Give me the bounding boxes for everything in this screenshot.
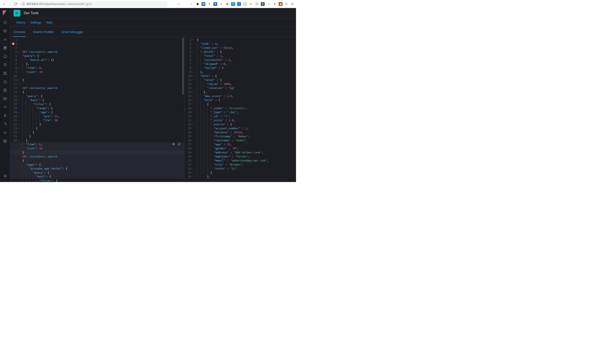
- svg-point-16: [6, 72, 6, 72]
- ext-icon[interactable]: B: [213, 2, 217, 6]
- ext-icon[interactable]: Z: [261, 2, 265, 6]
- ext-icon[interactable]: P: [231, 2, 235, 6]
- address-bar[interactable]: ⓘ 127.0.0.1:5601/app/kibana#/dev_tools/c…: [20, 1, 168, 7]
- svg-rect-32: [4, 116, 6, 117]
- tab-grok-debugger[interactable]: Grok Debugger: [61, 27, 84, 37]
- nav-siem-icon[interactable]: [0, 111, 10, 120]
- svg-line-31: [5, 107, 6, 108]
- url-port: :5601: [38, 2, 45, 6]
- kibana-logo-icon[interactable]: [0, 8, 10, 18]
- subtab-help[interactable]: Help: [46, 21, 52, 24]
- tool-tabs: Console Search Profiler Grok Debugger: [10, 27, 296, 37]
- nav-ml-icon[interactable]: [0, 69, 10, 78]
- svg-marker-2: [4, 30, 6, 32]
- svg-point-1: [4, 29, 7, 32]
- nav-collapse-icon[interactable]: [0, 172, 10, 180]
- ext-icon[interactable]: ▣: [279, 2, 282, 6]
- app-title: Dev Tools: [24, 11, 39, 15]
- svg-rect-28: [4, 98, 7, 100]
- profile-avatar-icon[interactable]: ☺: [291, 2, 294, 6]
- site-info-icon[interactable]: ⓘ: [22, 2, 25, 6]
- subtab-history[interactable]: History: [16, 21, 26, 24]
- sub-tabs: History Settings Help: [10, 18, 296, 27]
- extension-icons: ✓ ▦ JH ✕ B ⎄ ◔ P ▾ ✔ ₿ ⊙ Z ʏ # ▣ G ☺: [190, 2, 294, 6]
- side-nav: [0, 8, 10, 182]
- ext-icon[interactable]: ✓: [190, 2, 194, 6]
- ext-icon[interactable]: ▦: [195, 2, 199, 6]
- nav-monitoring-icon[interactable]: [0, 128, 10, 137]
- ext-icon[interactable]: JH: [202, 2, 205, 6]
- nav-visualize-icon[interactable]: [0, 35, 10, 44]
- send-request-icon[interactable]: [172, 142, 176, 147]
- ext-icon[interactable]: ⊙: [255, 2, 259, 6]
- request-options-icon[interactable]: [178, 142, 181, 147]
- tab-console[interactable]: Console: [13, 27, 26, 37]
- ext-icon[interactable]: ✔: [243, 2, 247, 6]
- svg-point-14: [5, 64, 5, 65]
- ext-icon[interactable]: #: [273, 2, 277, 6]
- app-header: D Dev Tools: [10, 8, 296, 18]
- nav-discover-icon[interactable]: [0, 27, 10, 35]
- ext-icon[interactable]: ₿: [249, 2, 253, 6]
- url-host: 127.0.0.1: [26, 2, 38, 6]
- svg-rect-10: [4, 48, 5, 49]
- svg-point-18: [6, 74, 6, 75]
- console-area: 12▾34▴5678▴91011▾12▾13▾14▾15▾16▾171819▴2…: [10, 37, 296, 182]
- ext-icon[interactable]: ◔: [225, 2, 229, 6]
- response-gutter: 1▾234▾56789▴10▾11▾121314▴1516▾17▾1819202…: [185, 37, 195, 182]
- bookmark-star-icon[interactable]: ☆: [177, 2, 180, 6]
- svg-point-33: [4, 141, 6, 142]
- nav-canvas-icon[interactable]: [0, 52, 10, 61]
- nav-management-icon[interactable]: [0, 137, 10, 145]
- svg-rect-9: [5, 48, 6, 49]
- back-button[interactable]: [2, 2, 6, 6]
- url-path: /app/kibana#/dev_tools/console?_g=(): [45, 2, 91, 6]
- nav-apm-icon[interactable]: [0, 95, 10, 103]
- svg-rect-7: [4, 46, 5, 48]
- subtab-settings[interactable]: Settings: [31, 21, 41, 24]
- ext-icon[interactable]: G: [285, 2, 288, 6]
- response-panel: 1▾234▾56789▴10▾11▾121314▴1516▾17▾1819202…: [185, 37, 296, 182]
- forward-button[interactable]: [8, 2, 12, 6]
- svg-point-17: [4, 74, 4, 75]
- nav-infrastructure-icon[interactable]: [0, 78, 10, 86]
- svg-point-15: [4, 72, 4, 72]
- scrollbar-vertical[interactable]: [182, 38, 184, 95]
- nav-logs-icon[interactable]: [0, 86, 10, 95]
- ext-icon[interactable]: ʏ: [267, 2, 271, 6]
- svg-marker-37: [173, 143, 175, 145]
- app-badge: D: [13, 10, 20, 17]
- svg-line-22: [4, 72, 5, 73]
- tab-search-profiler[interactable]: Search Profiler: [33, 27, 54, 37]
- ext-icon[interactable]: ⎄: [219, 2, 223, 6]
- browser-toolbar: ⓘ 127.0.0.1:5601/app/kibana#/dev_tools/c…: [0, 0, 296, 8]
- nav-recently-viewed-icon[interactable]: [0, 18, 10, 27]
- nav-maps-icon[interactable]: [0, 61, 10, 69]
- request-panel[interactable]: 12▾34▴5678▴91011▾12▾13▾14▾15▾16▾171819▴2…: [10, 37, 185, 182]
- nav-uptime-icon[interactable]: [0, 103, 10, 111]
- reload-button[interactable]: [13, 2, 18, 6]
- nav-dashboard-icon[interactable]: [0, 44, 10, 52]
- ext-icon[interactable]: ▾: [237, 2, 241, 6]
- ext-icon[interactable]: ✕: [208, 2, 211, 6]
- panel-splitter[interactable]: ⋮: [183, 108, 186, 111]
- svg-line-23: [5, 73, 6, 74]
- svg-rect-8: [5, 46, 6, 47]
- response-viewer[interactable]: {"took" : 0,"timed_out" : false,"_shards…: [195, 37, 296, 182]
- request-editor[interactable]: GET /accounts/_search"query": {"match_al…: [21, 37, 184, 182]
- svg-rect-11: [4, 55, 7, 57]
- nav-dev-tools-icon[interactable]: [0, 120, 10, 128]
